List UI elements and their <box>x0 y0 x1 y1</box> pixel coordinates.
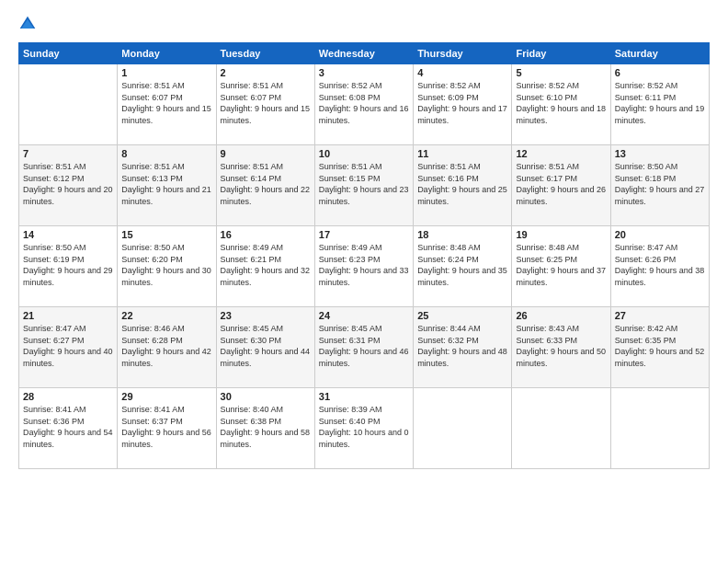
calendar-cell: 24Sunrise: 8:45 AMSunset: 6:31 PMDayligh… <box>314 307 413 388</box>
day-info: Sunrise: 8:51 AMSunset: 6:15 PMDaylight:… <box>319 161 409 207</box>
day-number: 9 <box>221 148 311 159</box>
day-info: Sunrise: 8:51 AMSunset: 6:14 PMDaylight:… <box>221 161 311 207</box>
day-number: 1 <box>121 67 211 78</box>
day-number: 2 <box>221 67 311 78</box>
calendar-cell: 14Sunrise: 8:50 AMSunset: 6:19 PMDayligh… <box>19 226 118 307</box>
day-info: Sunrise: 8:40 AMSunset: 6:38 PMDaylight:… <box>221 404 311 450</box>
day-info: Sunrise: 8:51 AMSunset: 6:17 PMDaylight:… <box>516 161 606 207</box>
logo-icon <box>18 15 37 33</box>
day-number: 6 <box>615 67 705 78</box>
day-number: 16 <box>221 229 311 240</box>
calendar-week-3: 14Sunrise: 8:50 AMSunset: 6:19 PMDayligh… <box>19 226 710 307</box>
calendar-cell: 9Sunrise: 8:51 AMSunset: 6:14 PMDaylight… <box>216 145 314 226</box>
calendar-table: SundayMondayTuesdayWednesdayThursdayFrid… <box>18 42 710 469</box>
day-number: 5 <box>516 67 606 78</box>
day-info: Sunrise: 8:48 AMSunset: 6:24 PMDaylight:… <box>417 242 507 288</box>
day-info: Sunrise: 8:51 AMSunset: 6:07 PMDaylight:… <box>121 80 211 126</box>
day-info: Sunrise: 8:47 AMSunset: 6:27 PMDaylight:… <box>23 323 113 369</box>
weekday-header-thursday: Thursday <box>414 43 512 64</box>
day-number: 3 <box>319 67 409 78</box>
day-number: 17 <box>319 229 409 240</box>
calendar-cell: 7Sunrise: 8:51 AMSunset: 6:12 PMDaylight… <box>19 145 118 226</box>
day-number: 10 <box>319 148 409 159</box>
day-info: Sunrise: 8:52 AMSunset: 6:10 PMDaylight:… <box>516 80 606 126</box>
day-info: Sunrise: 8:52 AMSunset: 6:08 PMDaylight:… <box>319 80 409 126</box>
calendar-cell: 18Sunrise: 8:48 AMSunset: 6:24 PMDayligh… <box>414 226 512 307</box>
day-info: Sunrise: 8:50 AMSunset: 6:18 PMDaylight:… <box>615 161 705 207</box>
day-number: 22 <box>121 310 211 321</box>
day-info: Sunrise: 8:42 AMSunset: 6:35 PMDaylight:… <box>615 323 705 369</box>
day-info: Sunrise: 8:51 AMSunset: 6:13 PMDaylight:… <box>121 161 211 207</box>
day-info: Sunrise: 8:41 AMSunset: 6:36 PMDaylight:… <box>23 404 113 450</box>
logo <box>18 15 40 33</box>
calendar-cell: 28Sunrise: 8:41 AMSunset: 6:36 PMDayligh… <box>19 388 118 469</box>
day-info: Sunrise: 8:46 AMSunset: 6:28 PMDaylight:… <box>121 323 211 369</box>
calendar-cell: 11Sunrise: 8:51 AMSunset: 6:16 PMDayligh… <box>414 145 512 226</box>
day-number: 27 <box>615 310 705 321</box>
day-number: 8 <box>121 148 211 159</box>
day-number: 30 <box>221 391 311 402</box>
day-info: Sunrise: 8:51 AMSunset: 6:16 PMDaylight:… <box>417 161 507 207</box>
day-number: 26 <box>516 310 606 321</box>
day-info: Sunrise: 8:43 AMSunset: 6:33 PMDaylight:… <box>516 323 606 369</box>
calendar-cell: 12Sunrise: 8:51 AMSunset: 6:17 PMDayligh… <box>512 145 610 226</box>
calendar-cell: 5Sunrise: 8:52 AMSunset: 6:10 PMDaylight… <box>512 64 610 145</box>
calendar-cell: 6Sunrise: 8:52 AMSunset: 6:11 PMDaylight… <box>610 64 709 145</box>
calendar-body: 1Sunrise: 8:51 AMSunset: 6:07 PMDaylight… <box>19 64 710 469</box>
day-number: 14 <box>23 229 113 240</box>
calendar-cell: 27Sunrise: 8:42 AMSunset: 6:35 PMDayligh… <box>610 307 709 388</box>
day-number: 18 <box>417 229 507 240</box>
calendar-cell: 20Sunrise: 8:47 AMSunset: 6:26 PMDayligh… <box>610 226 709 307</box>
calendar-week-5: 28Sunrise: 8:41 AMSunset: 6:36 PMDayligh… <box>19 388 710 469</box>
day-info: Sunrise: 8:51 AMSunset: 6:12 PMDaylight:… <box>23 161 113 207</box>
day-number: 12 <box>516 148 606 159</box>
calendar-cell: 25Sunrise: 8:44 AMSunset: 6:32 PMDayligh… <box>414 307 512 388</box>
calendar-cell: 15Sunrise: 8:50 AMSunset: 6:20 PMDayligh… <box>118 226 216 307</box>
day-info: Sunrise: 8:49 AMSunset: 6:21 PMDaylight:… <box>221 242 311 288</box>
day-info: Sunrise: 8:52 AMSunset: 6:09 PMDaylight:… <box>417 80 507 126</box>
day-number: 21 <box>23 310 113 321</box>
day-info: Sunrise: 8:39 AMSunset: 6:40 PMDaylight:… <box>319 404 409 450</box>
calendar-cell: 17Sunrise: 8:49 AMSunset: 6:23 PMDayligh… <box>314 226 413 307</box>
calendar-cell: 3Sunrise: 8:52 AMSunset: 6:08 PMDaylight… <box>314 64 413 145</box>
calendar-cell: 26Sunrise: 8:43 AMSunset: 6:33 PMDayligh… <box>512 307 610 388</box>
calendar-cell <box>414 388 512 469</box>
day-number: 24 <box>319 310 409 321</box>
day-info: Sunrise: 8:48 AMSunset: 6:25 PMDaylight:… <box>516 242 606 288</box>
day-number: 20 <box>615 229 705 240</box>
calendar-cell: 22Sunrise: 8:46 AMSunset: 6:28 PMDayligh… <box>118 307 216 388</box>
page: SundayMondayTuesdayWednesdayThursdayFrid… <box>0 0 728 563</box>
calendar-cell: 2Sunrise: 8:51 AMSunset: 6:07 PMDaylight… <box>216 64 314 145</box>
day-info: Sunrise: 8:47 AMSunset: 6:26 PMDaylight:… <box>615 242 705 288</box>
day-info: Sunrise: 8:45 AMSunset: 6:31 PMDaylight:… <box>319 323 409 369</box>
day-number: 23 <box>221 310 311 321</box>
weekday-header-friday: Friday <box>512 43 610 64</box>
day-info: Sunrise: 8:52 AMSunset: 6:11 PMDaylight:… <box>615 80 705 126</box>
calendar-cell: 1Sunrise: 8:51 AMSunset: 6:07 PMDaylight… <box>118 64 216 145</box>
day-info: Sunrise: 8:49 AMSunset: 6:23 PMDaylight:… <box>319 242 409 288</box>
day-info: Sunrise: 8:41 AMSunset: 6:37 PMDaylight:… <box>121 404 211 450</box>
calendar-cell <box>19 64 118 145</box>
day-info: Sunrise: 8:44 AMSunset: 6:32 PMDaylight:… <box>417 323 507 369</box>
day-number: 28 <box>23 391 113 402</box>
day-info: Sunrise: 8:50 AMSunset: 6:20 PMDaylight:… <box>121 242 211 288</box>
calendar-cell: 10Sunrise: 8:51 AMSunset: 6:15 PMDayligh… <box>314 145 413 226</box>
weekday-header-wednesday: Wednesday <box>314 43 413 64</box>
calendar-cell: 23Sunrise: 8:45 AMSunset: 6:30 PMDayligh… <box>216 307 314 388</box>
day-info: Sunrise: 8:45 AMSunset: 6:30 PMDaylight:… <box>221 323 311 369</box>
weekday-header-monday: Monday <box>118 43 216 64</box>
calendar-cell: 19Sunrise: 8:48 AMSunset: 6:25 PMDayligh… <box>512 226 610 307</box>
day-number: 15 <box>121 229 211 240</box>
calendar-week-1: 1Sunrise: 8:51 AMSunset: 6:07 PMDaylight… <box>19 64 710 145</box>
day-number: 19 <box>516 229 606 240</box>
calendar-cell: 13Sunrise: 8:50 AMSunset: 6:18 PMDayligh… <box>610 145 709 226</box>
calendar-cell: 31Sunrise: 8:39 AMSunset: 6:40 PMDayligh… <box>314 388 413 469</box>
day-number: 29 <box>121 391 211 402</box>
day-info: Sunrise: 8:50 AMSunset: 6:19 PMDaylight:… <box>23 242 113 288</box>
header <box>18 15 710 33</box>
day-number: 4 <box>417 67 507 78</box>
calendar-week-4: 21Sunrise: 8:47 AMSunset: 6:27 PMDayligh… <box>19 307 710 388</box>
calendar-cell <box>512 388 610 469</box>
calendar-cell: 4Sunrise: 8:52 AMSunset: 6:09 PMDaylight… <box>414 64 512 145</box>
day-number: 7 <box>23 148 113 159</box>
